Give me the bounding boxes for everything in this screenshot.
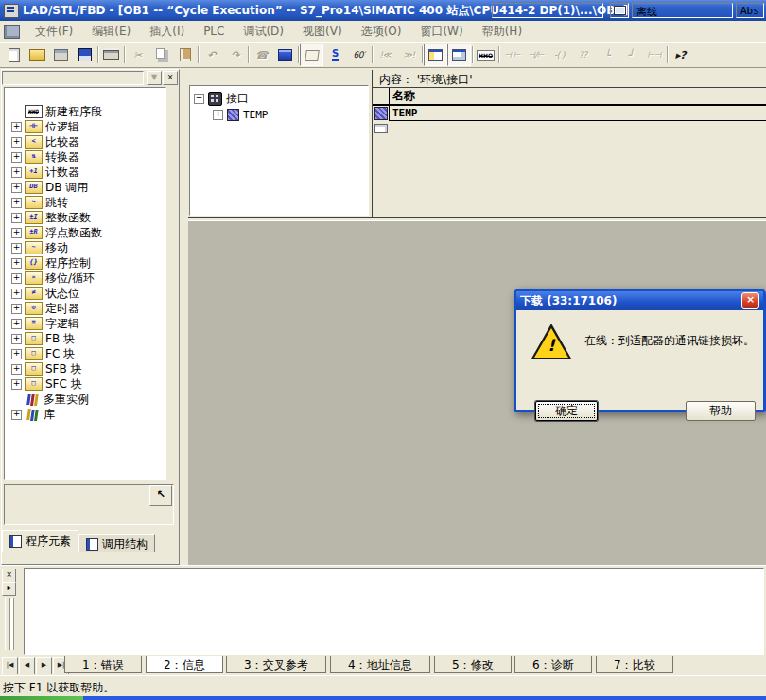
plc-connect-button[interactable]: ☎ (250, 44, 273, 66)
new-network-button[interactable] (474, 44, 497, 66)
palette-item-fc-blocks[interactable]: + □ FC 块 (5, 346, 165, 361)
menu-view[interactable]: 视图(V) (293, 22, 352, 42)
palette-item-jump[interactable]: + ↪ 跳转 (5, 195, 165, 210)
child-window-menu-icon[interactable] (4, 25, 20, 39)
expand-box[interactable]: + (11, 410, 22, 420)
palette-item-integer-fn[interactable]: + ±I 整数函数 (5, 210, 165, 225)
expand-box[interactable]: + (11, 183, 22, 193)
open-file-button[interactable] (26, 44, 49, 66)
view-detail-toggle-button[interactable] (447, 44, 471, 66)
expand-box[interactable]: + (11, 167, 22, 178)
interface-temp-row[interactable]: + TEMP (194, 107, 364, 123)
undo-button[interactable]: ↶ (200, 44, 223, 66)
tab-diagnostics[interactable]: 6：诊断 (514, 656, 592, 673)
palette-item-new-network[interactable]: + HHO 新建程序段 (5, 104, 165, 119)
tab-call-structure[interactable]: 调用结构 (78, 534, 155, 552)
menu-file[interactable]: 文件(F) (26, 22, 82, 42)
contact-nc-button[interactable]: ⊣/⊢ (524, 44, 548, 66)
new-file-button[interactable] (2, 44, 26, 66)
redo-button[interactable]: ↷ (223, 44, 247, 66)
palette-item-sfb-blocks[interactable]: + □ SFB 块 (5, 361, 165, 376)
save-button[interactable] (73, 44, 96, 66)
palette-item-shift-rotate[interactable]: + » 移位/循环 (5, 271, 165, 286)
expand-box[interactable]: + (11, 319, 22, 329)
output-message-area[interactable] (24, 568, 764, 655)
pane-dropdown-button[interactable]: ▼ (147, 71, 162, 85)
palette-item-move[interactable]: + ~ 移动 (5, 240, 165, 255)
download-button[interactable] (273, 44, 297, 66)
tab-modify[interactable]: 5：修改 (434, 656, 512, 673)
tab-errors[interactable]: 1：错误 (64, 656, 142, 673)
open-branch-button[interactable]: └ (595, 44, 618, 66)
help-cursor-button[interactable]: ▸? (669, 44, 692, 66)
cut-button[interactable]: ✂ (126, 44, 149, 66)
palette-item-comparator[interactable]: + < 比较器 (5, 134, 165, 149)
expand-box[interactable]: + (11, 243, 22, 254)
view-overview-toggle-button[interactable] (424, 44, 447, 66)
contact-no-button[interactable]: ⊣ ⊢ (500, 44, 524, 66)
tab-scroll-first[interactable]: |◀ (2, 657, 18, 674)
palette-item-program-control[interactable]: + {} 程序控制 (5, 255, 165, 271)
coil-button[interactable]: -( ) (548, 44, 571, 66)
expand-box[interactable]: + (11, 137, 22, 148)
menu-edit[interactable]: 编辑(E) (82, 22, 140, 42)
expand-box[interactable]: + (11, 273, 22, 284)
menu-options[interactable]: 选项(O) (352, 22, 411, 42)
palette-item-libraries[interactable]: + 库 (5, 407, 165, 422)
tab-cross-reference[interactable]: 3：交叉参考 (226, 656, 326, 673)
open-online-button[interactable] (49, 44, 73, 66)
next-error-button[interactable]: ≫! (397, 44, 421, 66)
palette-item-converter[interactable]: + ⇅ 转换器 (5, 149, 165, 165)
palette-item-db-call[interactable]: + DB DB 调用 (5, 180, 165, 195)
palette-item-sfc-blocks[interactable]: + □ SFC 块 (5, 376, 165, 392)
expand-box[interactable]: + (213, 110, 223, 120)
menu-plc[interactable]: PLC (194, 23, 234, 40)
monitor-glasses-button[interactable]: 60′ (347, 44, 371, 66)
tab-program-elements[interactable]: 程序元素 (2, 530, 78, 552)
help-button[interactable]: 帮助 (686, 401, 756, 421)
expand-box[interactable]: + (11, 258, 22, 269)
expand-box[interactable]: + (11, 349, 22, 359)
pane-close-button[interactable]: × (163, 71, 178, 85)
palette-item-bit-logic[interactable]: + ⊣⊢ 位逻辑 (5, 119, 165, 134)
tab-scroll-prev[interactable]: ◀ (19, 657, 35, 674)
copy-button[interactable] (149, 44, 173, 66)
menu-insert[interactable]: 插入(I) (140, 22, 194, 42)
empty-box-button[interactable]: ?? (571, 44, 595, 66)
monitor-variable-button[interactable] (323, 44, 347, 66)
menu-help[interactable]: 帮助(H) (473, 22, 531, 42)
tab-address-info[interactable]: 4：地址信息 (330, 656, 430, 673)
palette-item-float-fn[interactable]: + ±R 浮点数函数 (5, 225, 165, 240)
dock-grip-handle[interactable] (5, 598, 10, 650)
print-button[interactable] (99, 44, 123, 66)
table-row[interactable] (373, 121, 766, 136)
expand-box[interactable]: + (11, 364, 22, 375)
overview-toggle-button[interactable] (300, 44, 323, 66)
table-row[interactable]: TEMP (373, 106, 766, 121)
tab-info[interactable]: 2：信息 (146, 656, 223, 673)
expand-box[interactable]: + (11, 228, 22, 238)
dock-close-button[interactable]: × (2, 569, 16, 583)
expand-box[interactable]: + (11, 334, 22, 344)
menu-window[interactable]: 窗口(W) (410, 22, 472, 42)
palette-item-timer[interactable]: + ⊙ 定时器 (5, 301, 165, 316)
close-branch-button[interactable]: ┘ (618, 44, 642, 66)
ok-button[interactable]: 确定 (535, 401, 598, 421)
tab-scroll-next[interactable]: ▶ (36, 657, 52, 674)
dialog-close-button[interactable]: × (741, 292, 759, 309)
expand-box[interactable]: + (11, 304, 22, 314)
expand-box[interactable]: + (11, 198, 22, 208)
dock-expand-button[interactable]: ▸ (2, 582, 16, 596)
expand-box[interactable]: + (11, 213, 22, 223)
tab-compare[interactable]: 7：比较 (596, 656, 673, 673)
palette-item-status-bits[interactable]: + ≠ 状态位 (5, 286, 165, 301)
palette-item-multi-instance[interactable]: + 多重实例 (5, 392, 165, 407)
expand-box[interactable]: + (11, 289, 22, 299)
palette-collapse-button[interactable]: ↖ (149, 485, 172, 506)
palette-item-fb-blocks[interactable]: + □ FB 块 (5, 331, 165, 346)
expand-box[interactable]: + (11, 379, 22, 390)
menu-debug[interactable]: 调试(D) (234, 22, 293, 42)
previous-error-button[interactable]: !≪ (374, 44, 397, 66)
collapse-box[interactable]: − (194, 94, 204, 104)
expand-box[interactable]: + (11, 152, 22, 163)
